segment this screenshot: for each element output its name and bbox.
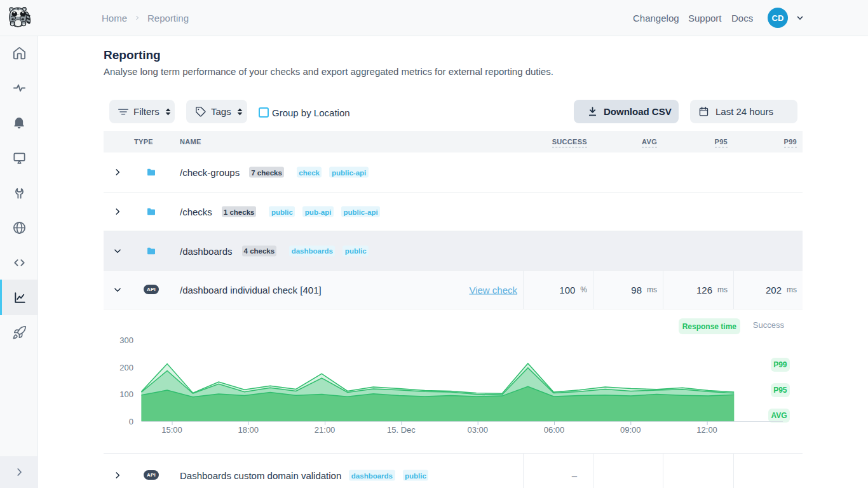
svg-text:03:00: 03:00 — [467, 425, 488, 435]
svg-text:21:00: 21:00 — [315, 425, 336, 435]
svg-text:15. Dec: 15. Dec — [387, 425, 416, 435]
svg-text:09:00: 09:00 — [620, 425, 641, 435]
svg-text:12:00: 12:00 — [696, 425, 717, 435]
svg-text:15:00: 15:00 — [161, 425, 182, 435]
svg-text:100: 100 — [119, 390, 133, 399]
svg-text:300: 300 — [119, 336, 133, 345]
svg-text:18:00: 18:00 — [238, 425, 259, 435]
svg-text:200: 200 — [119, 363, 133, 372]
svg-text:06:00: 06:00 — [544, 425, 565, 435]
svg-text:0: 0 — [129, 417, 133, 426]
